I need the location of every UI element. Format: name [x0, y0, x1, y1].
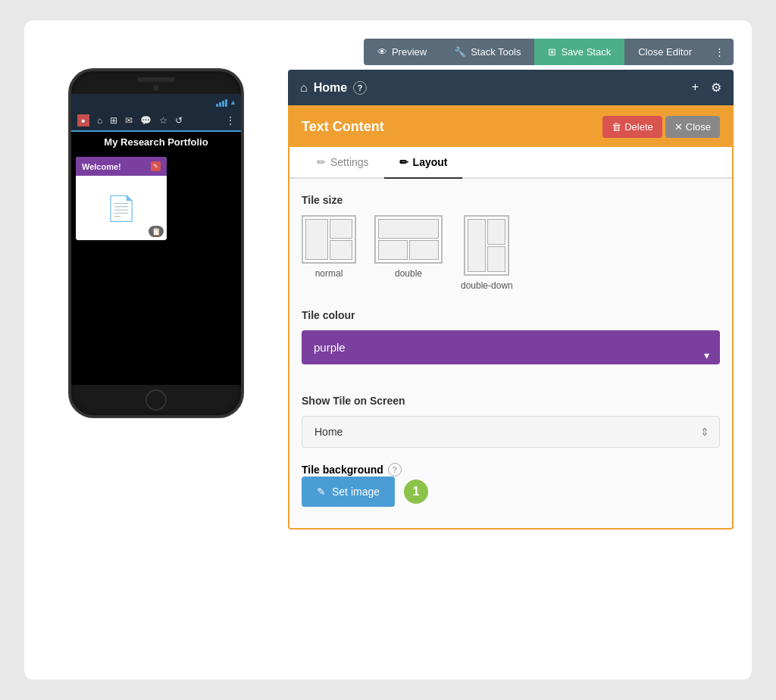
trash-icon: 🗑 [612, 121, 621, 133]
phone-home-button[interactable] [146, 389, 167, 411]
phone-title: My Research Portfolio [71, 132, 241, 152]
save-stack-button[interactable]: ⊞ Save Stack [534, 39, 624, 65]
more-icon: ⋮ [715, 46, 724, 58]
normal-sm-cell-1 [330, 219, 352, 239]
signal-bar-4 [225, 99, 227, 107]
editor-title: Text Content [302, 119, 384, 135]
tile-card[interactable]: Welcome! ✎ 📄 📋 [76, 157, 167, 240]
x-icon: ✕ [674, 121, 683, 133]
phone-nav-bar: ■ ⌂ ⊞ ✉ 💬 ☆ ↺ ⋮ [71, 111, 241, 130]
home-icon: ⌂ [300, 81, 308, 95]
signal-bars [216, 98, 227, 107]
eye-icon: 👁 [377, 46, 387, 58]
tile-colour-section-label: Tile colour [302, 309, 720, 321]
signal-bar-3 [222, 101, 224, 107]
tab-layout[interactable]: ✏ Layout [384, 147, 463, 179]
phone-screen: ▲ ■ ⌂ ⊞ ✉ 💬 ☆ ↺ ⋮ My Research Portfolio [71, 94, 241, 385]
normal-sm-cell-2 [330, 240, 352, 260]
nav-refresh-icon: ↺ [175, 115, 183, 126]
tile-size-double-down[interactable]: double-down [461, 215, 513, 291]
signal-bar-1 [216, 104, 218, 107]
outer-card: ▲ ■ ⌂ ⊞ ✉ 💬 ☆ ↺ ⋮ My Research Portfolio [24, 20, 752, 680]
toolbar: 👁 Preview 🔧 Stack Tools ⊞ Save Stack Clo… [288, 39, 734, 65]
set-image-button[interactable]: ✎ Set image [302, 477, 395, 507]
home-bar-right: + ⚙ [692, 80, 721, 95]
help-badge[interactable]: ? [353, 81, 367, 95]
tile-background-help-badge[interactable]: ? [388, 463, 402, 477]
more-button[interactable]: ⋮ [706, 39, 734, 65]
screen-select[interactable]: Home All Screens Custom [302, 416, 720, 448]
badge-circle: 1 [404, 480, 428, 504]
home-title: Home [314, 81, 347, 95]
stack-tools-button[interactable]: 🔧 Stack Tools [440, 39, 534, 65]
tile-header-text: Welcome! [82, 162, 121, 171]
tile-center-icon: 📄 [106, 194, 136, 223]
close-button[interactable]: ✕ Close [665, 116, 720, 138]
signal-bar-2 [219, 102, 221, 107]
double-down-sm-cell-2 [487, 246, 505, 272]
double-wide-cell [378, 219, 439, 239]
add-button[interactable]: + [692, 80, 699, 95]
phone-mockup: ▲ ■ ⌂ ⊞ ✉ 💬 ☆ ↺ ⋮ My Research Portfolio [69, 69, 243, 417]
close-label: Close [686, 121, 711, 133]
normal-preview [302, 215, 356, 264]
double-down-label: double-down [461, 280, 513, 291]
nav-red-square: ■ [77, 114, 89, 127]
editor-content: Tile size normal [289, 179, 732, 528]
settings-icon[interactable]: ⚙ [711, 80, 721, 95]
editor-header-buttons: 🗑 Delete ✕ Close [602, 116, 720, 138]
grid-icon: ⊞ [548, 46, 556, 58]
double-label: double [395, 268, 422, 279]
double-down-tall-cell [468, 219, 486, 272]
double-sm-cell-1 [378, 240, 408, 260]
home-bar-left: ⌂ Home ? [300, 81, 367, 95]
tile-background-row: ✎ Set image 1 [302, 477, 720, 507]
close-editor-label: Close Editor [638, 46, 692, 58]
nav-more-icon: ⋮ [226, 115, 235, 126]
set-image-label: Set image [332, 486, 380, 498]
editor-panel: Text Content 🗑 Delete ✕ Close [288, 105, 734, 530]
double-sm-cell-2 [409, 240, 439, 260]
tab-settings[interactable]: ✏ Settings [302, 147, 384, 179]
settings-tab-icon: ✏ [317, 156, 326, 168]
save-stack-label: Save Stack [561, 46, 611, 58]
tile-body: 📄 📋 [76, 176, 167, 240]
normal-big-cell [305, 219, 328, 260]
colour-select[interactable]: purple red blue green orange [302, 330, 720, 364]
layout-tab-label: Layout [413, 156, 448, 168]
home-bar: ⌂ Home ? + ⚙ [288, 70, 734, 105]
nav-chat-icon: 💬 [140, 115, 152, 126]
tile-background-label: Tile background ? [302, 463, 720, 477]
delete-label: Delete [624, 121, 653, 133]
colour-select-wrapper: purple red blue green orange [302, 330, 720, 380]
double-down-sm-cell-1 [487, 219, 505, 245]
nav-star-icon: ☆ [159, 115, 167, 126]
main-layout: ▲ ■ ⌂ ⊞ ✉ 💬 ☆ ↺ ⋮ My Research Portfolio [42, 39, 734, 530]
double-down-preview [464, 215, 509, 276]
tile-size-label: Tile size [302, 194, 720, 206]
nav-home-icon: ⌂ [97, 115, 102, 126]
screen-select-wrapper: Home All Screens Custom [302, 416, 720, 448]
tile-size-normal[interactable]: normal [302, 215, 356, 291]
tabs-bar: ✏ Settings ✏ Layout [289, 147, 732, 179]
phone-content: Welcome! ✎ 📄 📋 [71, 152, 241, 385]
phone-status-bar: ▲ [71, 94, 241, 111]
tile-background-text: Tile background [302, 464, 383, 476]
tile-size-options: normal double [302, 215, 720, 291]
preview-button[interactable]: 👁 Preview [364, 39, 440, 65]
nav-grid-icon: ⊞ [110, 115, 117, 126]
wrench-icon: 🔧 [454, 46, 466, 58]
nav-mail-icon: ✉ [125, 115, 133, 126]
editor-header: Text Content 🗑 Delete ✕ Close [289, 107, 732, 147]
tile-header: Welcome! ✎ [76, 157, 167, 176]
image-icon: ✎ [317, 486, 326, 498]
tile-overlay-icon: 📋 [149, 226, 164, 237]
phone-speaker [137, 77, 175, 82]
wifi-icon: ▲ [230, 98, 236, 106]
delete-button[interactable]: 🗑 Delete [602, 116, 662, 138]
normal-label: normal [315, 268, 343, 279]
tile-size-double[interactable]: double [374, 215, 443, 291]
close-editor-button[interactable]: Close Editor [624, 39, 706, 65]
preview-label: Preview [392, 46, 427, 58]
right-panel: 👁 Preview 🔧 Stack Tools ⊞ Save Stack Clo… [288, 39, 734, 530]
